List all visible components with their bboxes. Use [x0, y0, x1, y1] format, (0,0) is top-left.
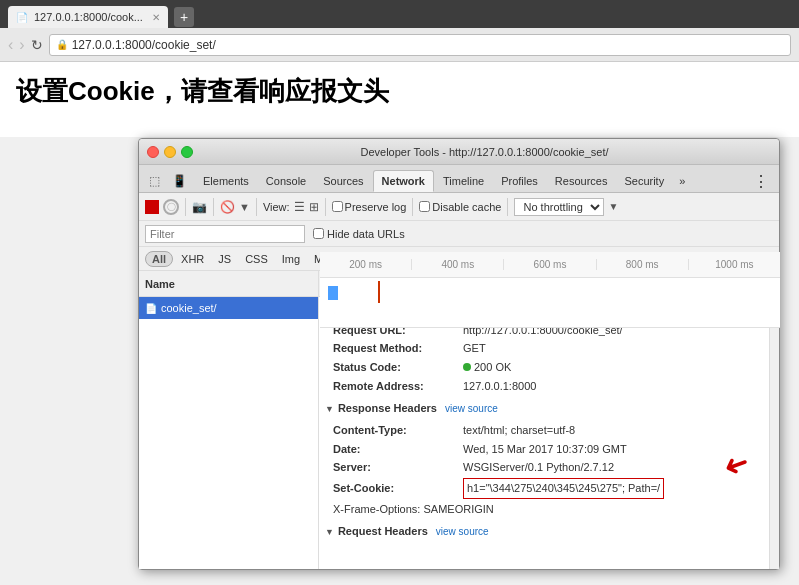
type-js-btn[interactable]: JS	[212, 252, 237, 266]
type-xhr-btn[interactable]: XHR	[175, 252, 210, 266]
tab-title: 127.0.0.1:8000/cook...	[34, 11, 143, 23]
lock-icon: 🔒	[56, 39, 68, 50]
traffic-light-red[interactable]	[147, 146, 159, 158]
tab-console[interactable]: Console	[258, 170, 314, 192]
timeline-tick-400: 400 ms	[412, 259, 504, 270]
separator2	[213, 198, 214, 216]
page-content: 设置Cookie，请查看响应报文头	[0, 62, 799, 137]
timeline-tick-1000: 1000 ms	[689, 259, 780, 270]
set-cookie-val: h1="\344\275\240\345\245\275"; Path=/	[463, 478, 664, 499]
content-type-key: Content-Type:	[333, 421, 463, 440]
tab-profiles[interactable]: Profiles	[493, 170, 546, 192]
throttle-down-icon[interactable]: ▼	[608, 201, 618, 212]
left-panel: Name 📄 cookie_set/	[139, 271, 319, 569]
general-method-row: Request Method: GET	[319, 339, 769, 358]
record-button[interactable]	[145, 200, 159, 214]
throttle-select[interactable]: No throttling	[514, 198, 604, 216]
device-icon-btn[interactable]: 📱	[168, 170, 190, 192]
tab-security[interactable]: Security	[616, 170, 672, 192]
hide-data-urls-checkbox[interactable]	[313, 228, 324, 239]
view-source-link[interactable]: view source	[445, 401, 498, 417]
filter-icon[interactable]: ▼	[239, 201, 250, 213]
tab-sources[interactable]: Sources	[315, 170, 371, 192]
request-view-source-link[interactable]: view source	[436, 524, 489, 540]
nav-bar: ‹ › ↻ 🔒 127.0.0.1:8000/cookie_set/	[0, 28, 799, 62]
tab-resources[interactable]: Resources	[547, 170, 616, 192]
tab-close-icon[interactable]: ✕	[152, 12, 160, 23]
status-code-key: Status Code:	[333, 358, 463, 377]
separator6	[507, 198, 508, 216]
traffic-light-yellow[interactable]	[164, 146, 176, 158]
general-remote-row: Remote Address: 127.0.0.1:8000	[319, 377, 769, 396]
refresh-button[interactable]: ↻	[31, 37, 43, 53]
type-css-btn[interactable]: CSS	[239, 252, 274, 266]
devtools-window: Developer Tools - http://127.0.0.1:8000/…	[138, 138, 780, 570]
separator3	[256, 198, 257, 216]
remote-address-key: Remote Address:	[333, 377, 463, 396]
response-headers-section-header: ▼ Response Headers view source	[319, 397, 769, 421]
new-tab-button[interactable]: +	[174, 7, 194, 27]
tab-network[interactable]: Network	[373, 170, 434, 192]
tab-timeline[interactable]: Timeline	[435, 170, 492, 192]
page-title: 设置Cookie，请查看响应报文头	[16, 74, 783, 109]
request-name: cookie_set/	[161, 302, 217, 314]
devtools-menu-icon[interactable]: ⋮	[747, 170, 775, 192]
devtools-tabs-bar: ⬚ 📱 Elements Console Sources Network Tim…	[139, 165, 779, 193]
view-label: View:	[263, 201, 290, 213]
camera-icon[interactable]: 📷	[192, 200, 207, 214]
details-content-area: ▼ General Request URL: http://127.0.0.1:…	[319, 297, 769, 569]
clear-button[interactable]: 🚫	[220, 200, 235, 214]
name-header: Name	[139, 278, 319, 290]
separator5	[412, 198, 413, 216]
disable-cache-checkbox[interactable]	[419, 201, 430, 212]
request-method-val: GET	[463, 339, 486, 358]
timeline-overlay: 200 ms 400 ms 600 ms 800 ms 1000 ms	[320, 252, 780, 278]
devtools-toolbar: ◯ 📷 🚫 ▼ View: ☰ ⊞ Preserve log Disable c…	[139, 193, 779, 221]
url-text: 127.0.0.1:8000/cookie_set/	[72, 38, 216, 52]
disable-cache-label[interactable]: Disable cache	[419, 201, 501, 213]
stop-button[interactable]: ◯	[163, 199, 179, 215]
grid-view-btn[interactable]: ⊞	[309, 200, 319, 214]
waterfall-bar-blue	[328, 286, 338, 300]
tab-more[interactable]: »	[673, 170, 691, 192]
separator1	[185, 198, 186, 216]
request-item-cookie-set[interactable]: 📄 cookie_set/	[139, 297, 318, 319]
filter-input[interactable]	[145, 225, 305, 243]
request-method-key: Request Method:	[333, 339, 463, 358]
separator4	[325, 198, 326, 216]
type-img-btn[interactable]: Img	[276, 252, 306, 266]
traffic-light-green[interactable]	[181, 146, 193, 158]
inspect-icon-btn[interactable]: ⬚	[143, 170, 165, 192]
headers-row: Name	[139, 271, 318, 297]
server-row: Server: WSGIServer/0.1 Python/2.7.12	[319, 458, 769, 477]
content-type-row: Content-Type: text/html; charset=utf-8	[319, 421, 769, 440]
browser-tab[interactable]: 📄 127.0.0.1:8000/cook... ✕	[8, 6, 168, 28]
address-bar[interactable]: 🔒 127.0.0.1:8000/cookie_set/	[49, 34, 791, 56]
set-cookie-key: Set-Cookie:	[333, 479, 463, 498]
request-headers-section-header: ▼ Request Headers view source	[319, 520, 769, 544]
preserve-log-label[interactable]: Preserve log	[332, 201, 407, 213]
status-code-val: 200 OK	[474, 358, 511, 377]
waterfall-bar-red	[378, 281, 380, 303]
browser-chrome: 📄 127.0.0.1:8000/cook... ✕ +	[0, 0, 799, 28]
type-all-btn[interactable]: All	[145, 251, 173, 267]
timeline-tick-200: 200 ms	[320, 259, 412, 270]
timeline-tick-800: 800 ms	[597, 259, 689, 270]
list-view-btn[interactable]: ☰	[294, 200, 305, 214]
timeline-tick-600: 600 ms	[504, 259, 596, 270]
x-frame-row: X-Frame-Options: SAMEORIGIN	[319, 500, 769, 519]
response-headers-collapse-icon[interactable]: ▼	[325, 402, 334, 416]
request-file-icon: 📄	[145, 303, 157, 314]
remote-address-val: 127.0.0.1:8000	[463, 377, 536, 396]
back-button[interactable]: ‹	[8, 36, 13, 54]
devtools-titlebar: Developer Tools - http://127.0.0.1:8000/…	[139, 139, 779, 165]
request-headers-collapse-icon[interactable]: ▼	[325, 525, 334, 539]
content-type-val: text/html; charset=utf-8	[463, 421, 575, 440]
green-status-dot	[463, 363, 471, 371]
devtools-title: Developer Tools - http://127.0.0.1:8000/…	[198, 146, 771, 158]
forward-button[interactable]: ›	[19, 36, 24, 54]
date-row: Date: Wed, 15 Mar 2017 10:37:09 GMT	[319, 440, 769, 459]
preserve-log-checkbox[interactable]	[332, 201, 343, 212]
hide-data-urls-label[interactable]: Hide data URLs	[313, 228, 405, 240]
tab-elements[interactable]: Elements	[195, 170, 257, 192]
